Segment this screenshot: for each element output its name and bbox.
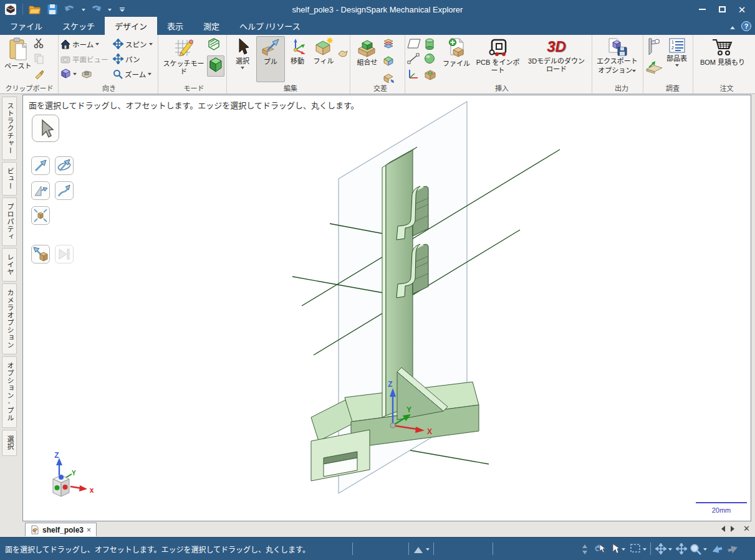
tab-design[interactable]: デザイン [105,17,157,35]
insert-axis-icon[interactable] [407,68,423,82]
split-face-icon[interactable] [382,54,395,69]
status-spinner-icon[interactable] [582,544,588,557]
minimize-button[interactable] [696,4,708,15]
tab-sketch[interactable]: スケッチ [52,17,105,35]
status-up-arrow-icon[interactable] [413,545,423,556]
status-zoom-icon[interactable] [690,543,701,558]
combine-button[interactable]: 組合せ [352,36,382,82]
undo-dropdown[interactable] [82,9,85,13]
qat-customize-icon[interactable] [115,2,129,16]
scene-3d[interactable]: Z Y X Y Z [23,95,751,521]
sketch-mode-button[interactable]: スケッチモード [160,36,207,82]
snapshot-icon[interactable] [81,69,92,79]
pull-up-to-tool-button[interactable] [31,245,50,263]
zoom-dropdown[interactable] [148,73,151,77]
pull-button[interactable]: プル [256,36,285,82]
cut-icon[interactable] [34,37,45,51]
spin-dropdown[interactable] [149,43,153,47]
status-zoom-dropdown[interactable] [703,548,707,553]
open-file-icon[interactable] [28,2,42,16]
document-tab-active[interactable]: shelf_pole3 × [25,523,97,536]
draft-tool-button[interactable] [31,181,50,200]
solid-mode-icon[interactable] [207,55,224,77]
measure-surface-icon[interactable] [645,60,664,77]
app-logo-icon[interactable] [4,2,17,16]
measure-caliper-icon[interactable] [645,37,664,59]
view-cube-dropdown[interactable] [73,73,77,77]
scale-tool-button[interactable] [31,206,50,225]
blend-icon[interactable] [337,48,349,62]
status-spin-dropdown[interactable] [668,548,672,553]
parts-list-dropdown[interactable] [675,64,679,69]
tab-scroll-right-icon[interactable] [731,526,738,532]
help-icon[interactable]: ? [741,21,751,31]
download-3d-button[interactable]: 3D 3Dモデルのダウンロード [523,36,590,82]
pcb-import-button[interactable]: PCB をインポート [473,36,523,82]
status-select-dropdown[interactable] [622,548,625,553]
paste-button[interactable]: ペースト [2,36,34,82]
status-prev-view-icon[interactable] [711,543,723,556]
sidebar-tab-camera-options[interactable]: カメラオプション [2,283,17,354]
sidebar-tab-structure[interactable]: ストラクチャー [2,97,17,160]
tab-scroll-left-icon[interactable] [718,526,725,532]
insert-shell-icon[interactable] [424,68,440,82]
format-painter-icon[interactable] [34,69,45,82]
home-view-button[interactable]: ホーム [60,37,113,50]
status-next-view-icon[interactable] [727,543,739,556]
insert-cylinder-icon[interactable] [424,38,440,52]
tab-close-all-icon[interactable]: ✕ [743,524,750,533]
export-options-dropdown[interactable] [632,70,636,74]
insert-sphere-icon[interactable] [424,53,440,67]
sidebar-tab-options-pull[interactable]: オプション - プル [2,356,17,428]
status-marquee-dropdown[interactable] [643,548,647,553]
tab-display[interactable]: 表示 [157,17,193,35]
sidebar-tab-layers[interactable]: レイヤ [2,248,17,282]
parts-list-button[interactable]: 12 部品表 [664,36,690,82]
home-dropdown[interactable] [95,43,99,47]
view-cube-button[interactable] [60,67,113,80]
nav-cube[interactable]: Y Z x [53,451,94,496]
revolve-tool-button[interactable] [55,156,74,175]
close-button[interactable]: ✕ [736,4,748,15]
status-select-cursor-icon[interactable] [611,543,620,556]
fill-button[interactable]: フィル [310,36,337,82]
tab-measure[interactable]: 測定 [193,17,229,35]
save-icon[interactable] [46,2,59,16]
maximize-button[interactable] [716,4,728,15]
move-button[interactable]: 移動 [285,36,310,82]
select-button[interactable]: 選択 [229,36,256,82]
status-pan-icon[interactable] [676,543,687,557]
status-marquee-icon[interactable] [630,543,641,556]
spin-button[interactable]: スピン [113,37,153,50]
collapse-ribbon-icon[interactable] [730,24,735,29]
insert-plane-icon[interactable] [407,38,423,52]
export-button[interactable]: エクスポート オプション [594,36,640,82]
undo-icon[interactable] [63,2,77,16]
section-mode-icon[interactable] [207,37,224,54]
plan-view-button[interactable]: 平面ビュー [60,52,113,65]
pull-tool-button[interactable] [31,156,50,175]
zoom-button[interactable]: ズーム [113,67,153,80]
copy-icon[interactable] [34,53,45,67]
tab-file[interactable]: ファイル [0,17,52,35]
sidebar-tab-properties[interactable]: プロパティ [2,197,17,246]
status-spin-icon[interactable] [655,543,666,557]
bom-quote-button[interactable]: BOM 見積もり [695,36,750,82]
sidebar-tab-selection[interactable]: 選択 [2,430,17,456]
split-body-icon[interactable] [382,37,395,52]
redo-dropdown[interactable] [108,9,112,13]
viewport-3d[interactable]: Z Y X Y Z [22,95,751,521]
insert-line-icon[interactable] [407,53,423,67]
next-step-tool-button[interactable] [55,245,74,263]
redo-icon[interactable] [89,2,103,16]
export-options-label[interactable]: オプション [598,67,632,74]
sidebar-tab-view[interactable]: ビュー [2,162,17,196]
document-tab-close-icon[interactable]: × [87,526,91,534]
status-undo-cursor-icon[interactable] [594,543,607,557]
status-up-arrow-dropdown[interactable] [426,548,430,553]
pan-button[interactable]: パン [113,52,153,65]
sweep-tool-button[interactable] [55,181,74,200]
tab-help[interactable]: ヘルプ /リソース [229,17,310,35]
select-dropdown[interactable] [241,67,244,71]
pointer-tool-button[interactable] [32,115,59,142]
